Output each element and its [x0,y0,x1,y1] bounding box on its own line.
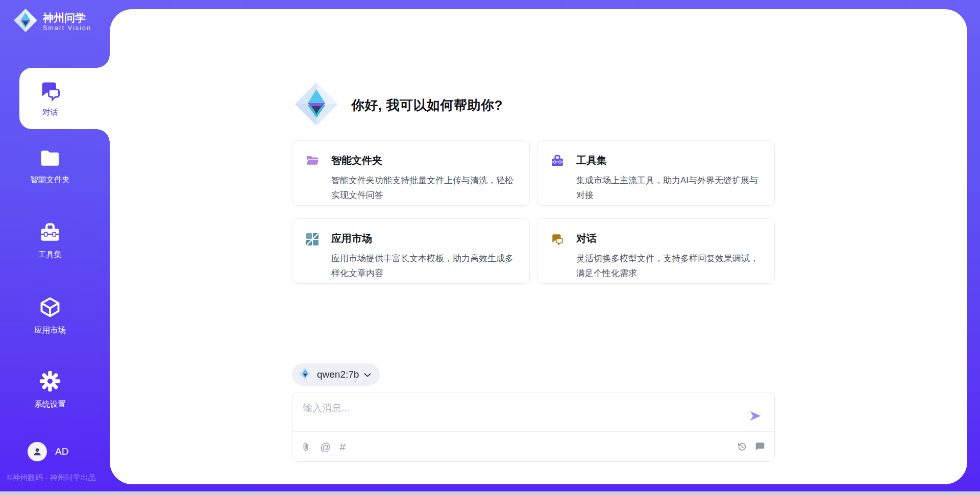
sidebar-item-app-market[interactable]: 应用市场 [0,296,100,336]
sidebar-item-label: 工具集 [38,250,62,260]
sidebar-item-label: 智能文件夹 [30,175,70,185]
grid-icon [306,233,319,248]
toolbox-icon [551,155,564,169]
send-button[interactable] [748,409,763,424]
card-title: 应用市场 [331,232,518,245]
hero-section: 你好, 我可以如何帮助你? [293,81,503,130]
message-panel-button[interactable] [755,441,765,452]
brand-subtitle: Smart Vision [43,24,91,32]
composer-toolbar: @ # [292,431,774,461]
history-icon [737,441,747,452]
chat-icon [39,80,62,104]
folder-open-icon [306,155,319,169]
folder-icon [39,148,61,170]
at-icon[interactable]: @ [320,441,331,452]
sidebar-item-label: 应用市场 [34,325,66,336]
attach-file-button[interactable] [301,441,311,452]
chevron-down-icon [364,370,371,379]
message-icon [755,441,765,452]
card-description: 智能文件夹功能支持批量文件上传与清洗，轻松实现文件问答 [331,173,518,203]
sidebar-item-label: 系统设置 [34,399,66,410]
diamond-logo-icon [13,8,38,35]
sidebar-item-smart-folder[interactable]: 智能文件夹 [0,148,100,185]
toolbox-icon [39,222,61,245]
sidebar-item-label: 对话 [42,107,58,118]
send-icon [748,409,763,423]
greeting-title: 你好, 我可以如何帮助你? [351,96,503,114]
user-initials: AD [55,446,68,457]
card-description: 灵活切换多模型文件，支持多样回复效果调试，满足个性化需求 [576,251,763,281]
card-app-market[interactable]: 应用市场 应用市场提供丰富长文本模板，助力高效生成多样化文章内容 [292,218,530,284]
avatar [28,442,47,461]
app-root: 神州问学 Smart Vision 对话 智能文件夹 [0,0,980,495]
card-chat[interactable]: 对话 灵活切换多模型文件，支持多样回复效果调试，满足个性化需求 [537,218,775,284]
model-selector[interactable]: qwen2:7b [292,363,380,386]
paperclip-icon [301,441,311,452]
sidebar-item-toolset[interactable]: 工具集 [0,222,100,260]
card-title: 对话 [576,232,763,245]
sidebar-item-chat[interactable]: 对话 [19,68,110,129]
sidebar: 神州问学 Smart Vision 对话 智能文件夹 [0,0,110,491]
sidebar-item-settings[interactable]: 系统设置 [0,370,100,410]
message-input[interactable] [292,392,774,431]
card-description: 应用市场提供丰富长文本模板，助力高效生成多样化文章内容 [331,251,518,281]
card-description: 集成市场上主流工具，助力AI与外界无缝扩展与对接 [576,173,763,203]
diamond-logo-icon [293,81,340,130]
brand-logo: 神州问学 Smart Vision [13,8,91,35]
card-title: 工具集 [576,154,763,167]
brand-name: 神州问学 [43,11,91,24]
model-name: qwen2:7b [317,369,359,380]
main-content: 你好, 我可以如何帮助你? 智能文件夹 智能文件夹功能支持批量文件上传与清洗，轻… [110,9,967,484]
horizontal-scrollbar[interactable] [0,491,980,495]
cube-icon [39,296,61,320]
feature-cards: 智能文件夹 智能文件夹功能支持批量文件上传与清洗，轻松实现文件问答 [292,140,775,284]
message-composer: @ # [292,392,775,462]
card-title: 智能文件夹 [331,154,518,167]
gear-icon [39,370,61,394]
copyright-text: ©神州数码 · 神州问学出品 [7,473,95,483]
chat-icon [551,233,564,248]
history-button[interactable] [737,441,747,452]
card-toolset[interactable]: 工具集 集成市场上主流工具，助力AI与外界无缝扩展与对接 [537,140,775,206]
card-smart-folder[interactable]: 智能文件夹 智能文件夹功能支持批量文件上传与清洗，轻松实现文件问答 [292,140,530,206]
diamond-logo-icon [299,367,312,382]
user-profile[interactable]: AD [28,442,68,461]
hash-icon[interactable]: # [339,441,346,452]
